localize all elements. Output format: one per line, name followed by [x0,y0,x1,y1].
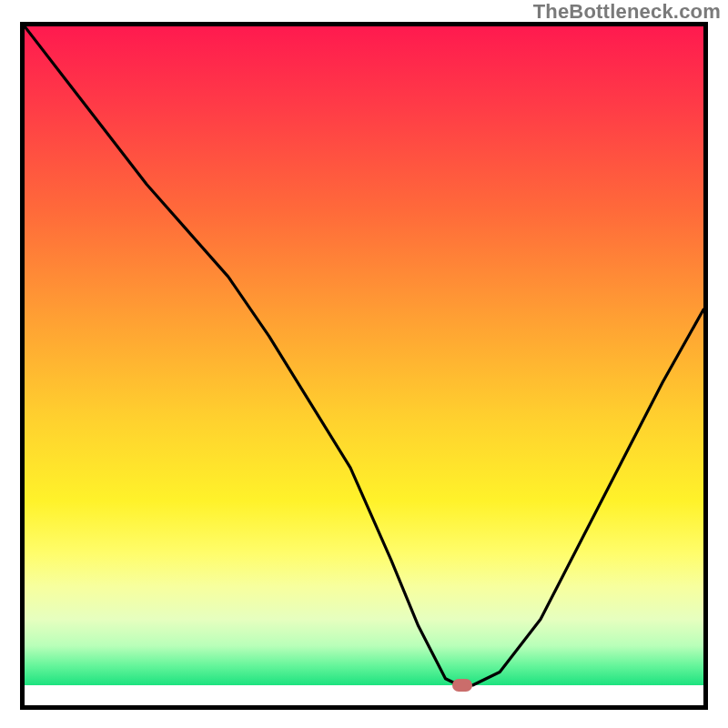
minimum-marker [452,679,472,692]
bottleneck-curve [25,26,703,685]
watermark-text: TheBottleneck.com [533,0,721,24]
chart-frame [20,22,708,710]
page-root: TheBottleneck.com [0,0,728,728]
chart-curve-layer [25,26,703,705]
